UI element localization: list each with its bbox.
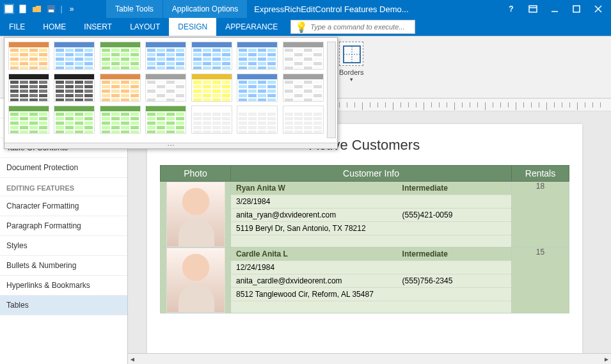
info-cell: Ryan Anita WIntermediate 3/28/1984 anita… — [231, 182, 512, 248]
minimize-icon[interactable] — [550, 4, 560, 14]
svg-rect-5 — [529, 6, 537, 12]
rentals-count: 15 — [512, 248, 569, 313]
customers-table: Photo Customer Info Rentals Ryan Anita W… — [160, 165, 569, 313]
customer-address: 8512 Tanglewood Cir, Reform, AL 35487 — [231, 288, 511, 301]
menu-layout[interactable]: LAYOUT — [121, 18, 169, 36]
col-photo: Photo — [161, 166, 231, 182]
table-style-thumbnail[interactable] — [237, 74, 278, 102]
sidebar-item-para-fmt[interactable]: Paragraph Formatting — [0, 216, 127, 236]
table-style-thumbnail[interactable] — [283, 42, 324, 70]
window-title: ExpressRichEditControl Features Demo... — [248, 4, 498, 14]
window-controls: ? — [498, 4, 611, 14]
sidebar-item-bullets[interactable]: Bullets & Numbering — [0, 256, 127, 276]
sidebar-item-hyperlinks[interactable]: Hyperlinks & Bookmarks — [0, 276, 127, 296]
table-style-thumbnail[interactable] — [237, 42, 278, 70]
table-style-thumbnail[interactable] — [145, 106, 186, 134]
table-style-thumbnail[interactable] — [8, 42, 49, 70]
table-style-thumbnail[interactable] — [100, 42, 141, 70]
info-cell: Cardle Anita LIntermediate 12/24/1984 an… — [231, 248, 512, 313]
table-style-thumbnail[interactable] — [191, 74, 232, 102]
table-style-thumbnail[interactable] — [283, 106, 324, 134]
customer-address: 5119 Beryl Dr, San Antonio, TX 78212 — [231, 222, 511, 235]
menu-insert[interactable]: INSERT — [75, 18, 121, 36]
table-style-thumbnail[interactable] — [145, 42, 186, 70]
svg-rect-8 — [573, 6, 580, 12]
page: Active Customers Photo Customer Info Ren… — [147, 124, 582, 353]
table-style-thumbnail[interactable] — [54, 106, 95, 134]
table-style-thumbnail[interactable] — [8, 106, 49, 134]
customer-photo — [166, 248, 225, 313]
qat-more-icon[interactable]: » — [65, 3, 78, 15]
menu-home[interactable]: HOME — [34, 18, 75, 36]
close-icon[interactable] — [593, 4, 603, 14]
app-icon[interactable] — [3, 3, 15, 15]
title-bar: | » Table Tools Application Options Expr… — [0, 0, 611, 18]
col-info: Customer Info — [231, 166, 512, 182]
table-style-thumbnail[interactable] — [100, 74, 141, 102]
menu-file[interactable]: FILE — [0, 18, 34, 36]
save-icon[interactable] — [45, 3, 58, 15]
svg-rect-4 — [49, 10, 54, 12]
context-tab-group: Table Tools Application Options — [106, 0, 248, 18]
sidebar-item-styles[interactable]: Styles — [0, 236, 127, 256]
customer-name: Cardle Anita L — [231, 248, 397, 260]
horizontal-scrollbar[interactable]: ◄► — [128, 353, 611, 364]
svg-rect-1 — [5, 5, 13, 13]
command-search-box[interactable]: 💡 — [290, 20, 415, 34]
sidebar-item-char-fmt[interactable]: Character Formatting — [0, 196, 127, 216]
customer-dob: 3/28/1984 — [231, 195, 397, 208]
qat-separator: | — [59, 3, 64, 15]
table-row: Cardle Anita LIntermediate 12/24/1984 an… — [161, 248, 569, 313]
maximize-icon[interactable] — [571, 4, 582, 14]
customer-phone: (555)756-2345 — [397, 274, 511, 287]
customer-level: Intermediate — [397, 182, 511, 194]
rentals-count: 18 — [512, 182, 569, 248]
customer-email: anita_ryan@dxvideorent.com — [231, 209, 397, 221]
customer-photo — [166, 182, 225, 247]
bulb-icon: 💡 — [295, 21, 308, 33]
borders-icon — [339, 42, 363, 66]
table-style-thumbnail[interactable] — [54, 74, 95, 102]
table-style-thumbnail[interactable] — [191, 42, 232, 70]
table-style-thumbnail[interactable] — [100, 106, 141, 134]
menu-appearance[interactable]: APPEARANCE — [216, 18, 287, 36]
table-style-thumbnail[interactable] — [191, 106, 232, 134]
customer-phone: (555)421-0059 — [397, 209, 511, 221]
gallery-scrollbar[interactable] — [327, 42, 336, 138]
borders-label: Borders — [339, 68, 364, 76]
context-tab-table-tools[interactable]: Table Tools — [106, 0, 163, 18]
help-icon[interactable]: ? — [506, 4, 516, 14]
menu-design[interactable]: DESIGN — [169, 18, 216, 36]
open-icon[interactable] — [31, 3, 44, 15]
col-rentals: Rentals — [512, 166, 569, 182]
customer-email: anita_cardle@dxvideorent.com — [231, 274, 397, 287]
ribbon-display-icon[interactable] — [528, 4, 538, 14]
chevron-down-icon: ▾ — [339, 76, 364, 83]
photo-cell — [161, 182, 231, 248]
new-icon[interactable] — [17, 3, 29, 15]
svg-rect-2 — [20, 5, 26, 13]
table-style-thumbnail[interactable] — [283, 74, 324, 102]
customer-name: Ryan Anita W — [231, 182, 397, 194]
command-search-input[interactable] — [310, 23, 411, 31]
context-tab-app-options[interactable]: Application Options — [163, 0, 248, 18]
gallery-resize-handle[interactable] — [4, 143, 337, 148]
table-style-thumbnail[interactable] — [8, 74, 49, 102]
quick-access-toolbar: | » — [0, 3, 81, 15]
borders-button[interactable]: Borders ▾ — [339, 42, 364, 83]
photo-cell — [161, 248, 231, 313]
sidebar-item-doc-protection[interactable]: Document Protection — [0, 158, 127, 178]
table-style-thumbnail[interactable] — [237, 106, 278, 134]
sidebar-section-header: EDITING FEATURES — [0, 178, 127, 196]
table-row: Ryan Anita WIntermediate 3/28/1984 anita… — [161, 182, 569, 248]
sidebar-item-tables[interactable]: Tables — [0, 296, 127, 315]
table-style-gallery — [4, 37, 338, 149]
table-style-thumbnail[interactable] — [145, 74, 186, 102]
customer-level: Intermediate — [397, 248, 511, 260]
customer-dob: 12/24/1984 — [231, 261, 397, 274]
table-style-thumbnail[interactable] — [54, 42, 95, 70]
menu-bar: FILE HOME INSERT LAYOUT DESIGN APPEARANC… — [0, 18, 611, 36]
